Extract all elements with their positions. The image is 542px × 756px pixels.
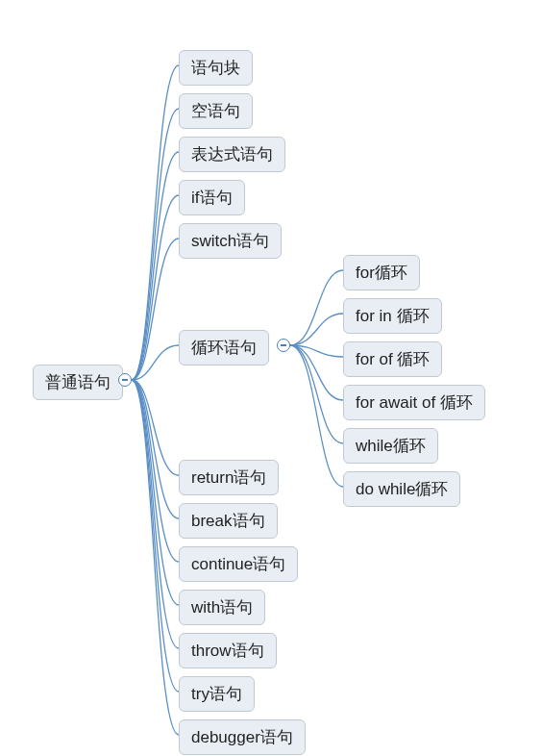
collapse-icon[interactable]	[118, 373, 132, 387]
node-for-of-loop[interactable]: for of 循环	[343, 341, 442, 377]
node-label: switch语句	[191, 232, 269, 250]
node-if-stmt[interactable]: if语句	[179, 180, 245, 215]
node-debugger-stmt[interactable]: debugger语句	[179, 719, 306, 755]
node-label: for await of 循环	[356, 393, 473, 412]
root-node[interactable]: 普通语句	[33, 365, 123, 400]
node-do-while-loop[interactable]: do while循环	[343, 471, 460, 507]
node-loop-stmt[interactable]: 循环语句	[179, 330, 269, 365]
node-while-loop[interactable]: while循环	[343, 428, 438, 464]
node-label: with语句	[191, 598, 253, 617]
node-try-stmt[interactable]: try语句	[179, 676, 255, 712]
node-label: do while循环	[356, 480, 448, 498]
node-label: throw语句	[191, 642, 264, 660]
node-label: 循环语句	[191, 339, 257, 357]
node-label: for in 循环	[356, 307, 430, 325]
node-label: 空语句	[191, 102, 240, 120]
node-throw-stmt[interactable]: throw语句	[179, 633, 277, 668]
collapse-icon[interactable]	[277, 339, 290, 352]
node-expr-stmt[interactable]: 表达式语句	[179, 137, 285, 172]
node-switch-stmt[interactable]: switch语句	[179, 223, 282, 259]
node-for-loop[interactable]: for循环	[343, 255, 420, 290]
node-label: if语句	[191, 189, 233, 207]
node-label: return语句	[191, 468, 266, 487]
node-return-stmt[interactable]: return语句	[179, 460, 279, 495]
node-label: for of 循环	[356, 350, 430, 368]
node-label: while循环	[356, 437, 426, 455]
node-continue-stmt[interactable]: continue语句	[179, 546, 298, 582]
node-with-stmt[interactable]: with语句	[179, 590, 265, 625]
root-label: 普通语句	[45, 373, 111, 391]
node-for-await-of-loop[interactable]: for await of 循环	[343, 385, 485, 420]
node-label: try语句	[191, 685, 242, 703]
node-stmt-block[interactable]: 语句块	[179, 50, 253, 86]
node-label: break语句	[191, 512, 265, 530]
node-label: continue语句	[191, 555, 285, 573]
node-break-stmt[interactable]: break语句	[179, 503, 278, 539]
node-label: debugger语句	[191, 728, 293, 746]
node-label: 表达式语句	[191, 145, 273, 164]
node-empty-stmt[interactable]: 空语句	[179, 93, 253, 129]
node-label: for循环	[356, 264, 407, 282]
node-label: 语句块	[191, 59, 240, 77]
node-for-in-loop[interactable]: for in 循环	[343, 298, 442, 334]
